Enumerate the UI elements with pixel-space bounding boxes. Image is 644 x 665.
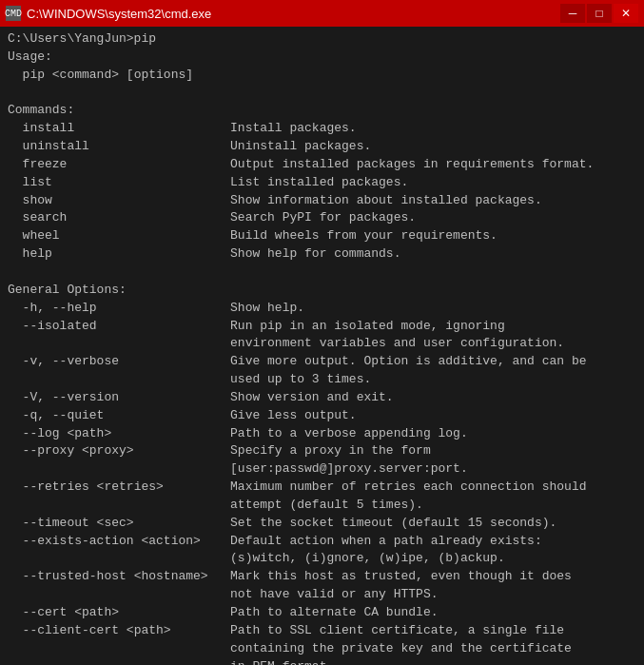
maximize-button[interactable]: □ (587, 4, 612, 23)
terminal-prompt: C:\Users\YangJun>pip (8, 30, 636, 49)
window-title: C:\WINDOWS\system32\cmd.exe (27, 7, 211, 21)
terminal-output: Usage: pip <command> [options] Commands:… (8, 49, 636, 665)
title-bar-left: CMD C:\WINDOWS\system32\cmd.exe (6, 6, 211, 21)
title-bar-controls: ─ □ ✕ (560, 4, 638, 23)
title-bar: CMD C:\WINDOWS\system32\cmd.exe ─ □ ✕ (0, 0, 644, 27)
close-button[interactable]: ✕ (614, 4, 638, 23)
cmd-icon: CMD (6, 6, 21, 21)
minimize-button[interactable]: ─ (560, 4, 585, 23)
terminal[interactable]: C:\Users\YangJun>pip Usage: pip <command… (0, 27, 644, 665)
content-area: C:\Users\YangJun>pip Usage: pip <command… (0, 27, 644, 665)
window: CMD C:\WINDOWS\system32\cmd.exe ─ □ ✕ C:… (0, 0, 644, 665)
